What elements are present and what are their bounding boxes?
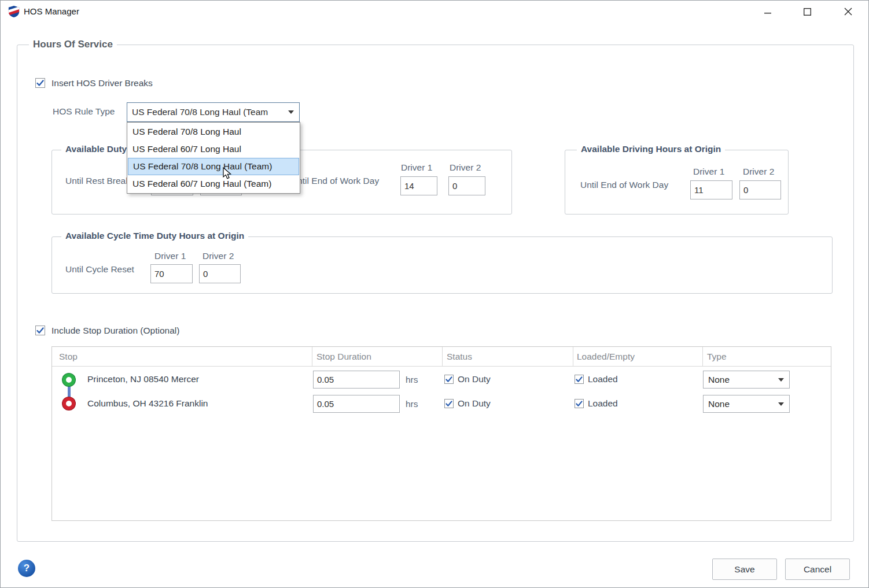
- cancel-button[interactable]: Cancel: [785, 559, 850, 580]
- stop-name: Columbus, OH 43216 Franklin: [87, 398, 208, 409]
- stop-duration-input[interactable]: [313, 395, 400, 413]
- checkmark-icon: [445, 376, 452, 383]
- destination-stop-icon: [62, 397, 75, 410]
- driving-driver2-header: Driver 2: [743, 167, 774, 177]
- on-duty-label: On Duty: [458, 374, 491, 384]
- chevron-down-icon: [288, 110, 294, 114]
- duty-driver2-header: Driver 2: [450, 162, 481, 173]
- cycle-driver2-header: Driver 2: [202, 251, 234, 261]
- available-cycle-time-title: Available Cycle Time Duty Hours at Origi…: [61, 231, 248, 241]
- driving-driver2-input[interactable]: [739, 180, 781, 199]
- mouse-cursor: [222, 167, 234, 180]
- hos-rule-type-combo[interactable]: US Federal 70/8 Long Haul (Team: [127, 102, 300, 122]
- duty-driver1-header: Driver 1: [401, 162, 432, 173]
- column-divider: [702, 347, 703, 366]
- hos-rule-type-label: HOS Rule Type: [53, 106, 115, 117]
- dropdown-option-2[interactable]: US Federal 60/7 Long Haul: [128, 140, 299, 158]
- insert-hos-breaks-checkbox[interactable]: [35, 78, 45, 88]
- dropdown-option-4[interactable]: US Federal 60/7 Long Haul (Team): [128, 175, 299, 193]
- loaded-label: Loaded: [588, 374, 618, 384]
- titlebar: HOS Manager: [1, 1, 868, 23]
- stop-name: Princeton, NJ 08540 Mercer: [87, 374, 199, 384]
- insert-hos-breaks-label: Insert HOS Driver Breaks: [51, 78, 153, 88]
- maximize-button[interactable]: [794, 1, 820, 23]
- until-cycle-reset-label: Until Cycle Reset: [65, 264, 134, 275]
- close-icon: [844, 8, 852, 16]
- duty-until-end-driver1-input[interactable]: [400, 176, 437, 195]
- origin-stop-icon: [62, 373, 75, 386]
- chevron-down-icon: [778, 402, 784, 406]
- stop-type-combo[interactable]: None: [703, 395, 790, 413]
- duty-until-end-driver2-input[interactable]: [448, 176, 485, 195]
- checkmark-icon: [445, 401, 452, 407]
- driving-driver1-header: Driver 1: [693, 167, 724, 177]
- stop-type-value: None: [708, 399, 730, 409]
- on-duty-label: On Duty: [458, 398, 491, 409]
- col-header-type: Type: [707, 352, 727, 362]
- on-duty-checkbox[interactable]: [444, 399, 454, 408]
- stops-table-header: Stop Stop Duration Status Loaded/Empty T…: [52, 347, 831, 367]
- checkmark-icon: [576, 401, 583, 407]
- stop-type-combo[interactable]: None: [703, 371, 790, 389]
- chevron-down-icon: [778, 378, 784, 382]
- hos-rule-type-value: US Federal 70/8 Long Haul (Team: [132, 107, 268, 117]
- stop-type-value: None: [708, 375, 730, 385]
- hrs-unit-label: hrs: [406, 399, 418, 409]
- on-duty-checkbox[interactable]: [444, 375, 454, 384]
- include-stop-duration-label: Include Stop Duration (Optional): [51, 326, 179, 336]
- column-divider: [442, 347, 443, 366]
- hos-manager-window: HOS Manager Hours Of Service Insert HOS …: [0, 0, 869, 588]
- dropdown-option-3-highlighted[interactable]: US Federal 70/8 Long Haul (Team): [128, 158, 299, 175]
- checkmark-icon: [576, 376, 583, 383]
- cancel-button-label: Cancel: [804, 564, 831, 575]
- minimize-icon: [764, 8, 771, 15]
- save-button[interactable]: Save: [712, 559, 777, 580]
- col-header-loaded-empty: Loaded/Empty: [577, 352, 635, 362]
- maximize-icon: [804, 8, 811, 16]
- driving-until-end-label: Until End of Work Day: [580, 180, 668, 190]
- col-header-status: Status: [447, 352, 472, 362]
- minimize-button[interactable]: [754, 1, 781, 23]
- dropdown-option-1[interactable]: US Federal 70/8 Long Haul: [128, 123, 299, 140]
- hrs-unit-label: hrs: [406, 375, 418, 385]
- help-button[interactable]: ?: [18, 560, 35, 577]
- until-rest-break-label: Until Rest Break: [65, 176, 130, 186]
- app-logo-shield-icon: [8, 5, 20, 18]
- cycle-driver1-input[interactable]: [150, 264, 193, 283]
- close-button[interactable]: [835, 1, 861, 23]
- hours-of-service-title: Hours Of Service: [29, 39, 117, 50]
- duty-until-end-label: Until End of Work Day: [291, 176, 379, 186]
- column-divider: [573, 347, 573, 366]
- available-driving-hours-title: Available Driving Hours at Origin: [577, 144, 725, 154]
- hos-rule-type-dropdown-list: US Federal 70/8 Long Haul US Federal 60/…: [127, 122, 300, 194]
- include-stop-duration-checkbox[interactable]: [35, 326, 45, 335]
- cycle-driver1-header: Driver 1: [154, 251, 186, 261]
- stop-duration-input[interactable]: [313, 371, 400, 389]
- window-title: HOS Manager: [24, 6, 79, 16]
- driving-driver1-input[interactable]: [690, 180, 732, 199]
- checkmark-icon: [36, 327, 44, 334]
- help-question-icon: ?: [24, 563, 30, 574]
- col-header-stop: Stop: [59, 352, 78, 362]
- loaded-label: Loaded: [588, 398, 618, 409]
- save-button-label: Save: [734, 564, 754, 575]
- column-divider: [312, 347, 312, 366]
- checkmark-icon: [36, 80, 44, 87]
- loaded-checkbox[interactable]: [575, 375, 584, 384]
- cycle-driver2-input[interactable]: [199, 264, 241, 283]
- loaded-checkbox[interactable]: [575, 399, 584, 408]
- col-header-stop-duration: Stop Duration: [316, 352, 371, 362]
